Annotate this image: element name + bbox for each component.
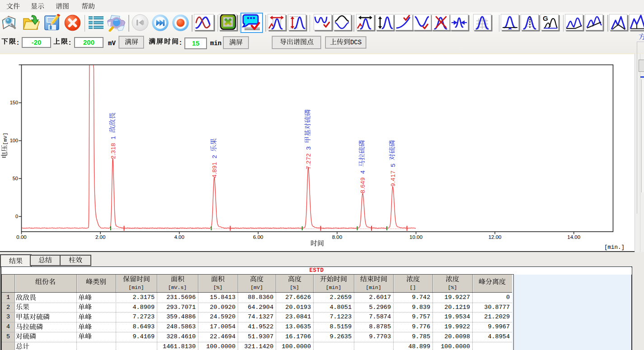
svg-text:6.00: 6.00 bbox=[253, 234, 263, 240]
svg-text:100: 100 bbox=[10, 138, 18, 143]
svg-text:8.00: 8.00 bbox=[332, 234, 342, 240]
svg-text:2.00: 2.00 bbox=[95, 234, 105, 240]
svg-text:0: 0 bbox=[15, 214, 18, 219]
svg-text:50: 50 bbox=[13, 176, 18, 181]
svg-text:150: 150 bbox=[10, 100, 18, 105]
svg-text:G: G bbox=[543, 14, 548, 22]
svg-text:[min.]: [min.] bbox=[604, 244, 625, 251]
svg-text:12.00: 12.00 bbox=[489, 234, 502, 240]
svg-text:14.00: 14.00 bbox=[567, 234, 580, 240]
svg-text:10.00: 10.00 bbox=[409, 234, 423, 240]
svg-text:0.00: 0.00 bbox=[16, 234, 26, 240]
svg-text:4.00: 4.00 bbox=[174, 234, 184, 240]
